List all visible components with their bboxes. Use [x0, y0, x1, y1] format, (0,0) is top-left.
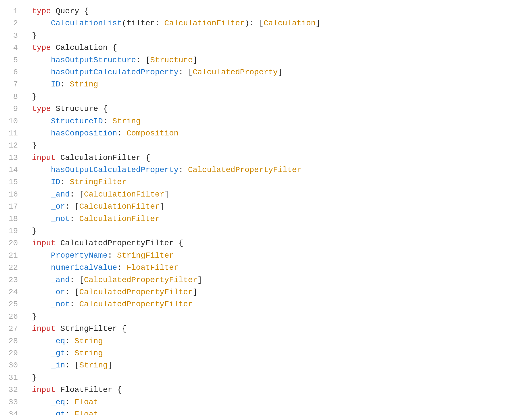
- line-number-19: 19: [8, 225, 18, 237]
- code-line-26: }: [32, 311, 524, 323]
- code-line-15: ID: StringFilter: [32, 176, 524, 188]
- code-line-28: _eq: String: [32, 335, 524, 347]
- code-line-12: }: [32, 139, 524, 151]
- line-number-33: 33: [8, 396, 18, 408]
- line-number-7: 7: [8, 78, 18, 90]
- line-number-32: 32: [8, 384, 18, 396]
- code-line-7: ID: String: [32, 78, 524, 90]
- code-content: type Query { CalculationList(filter: Cal…: [24, 3, 532, 415]
- line-number-34: 34: [8, 408, 18, 415]
- code-line-24: _or: [CalculatedPropertyFilter]: [32, 286, 524, 298]
- code-line-18: _not: CalculationFilter: [32, 213, 524, 225]
- line-numbers: 1234567891011121314151617181920212223242…: [0, 3, 24, 415]
- code-line-23: _and: [CalculatedPropertyFilter]: [32, 274, 524, 286]
- line-number-27: 27: [8, 323, 18, 335]
- line-number-22: 22: [8, 262, 18, 274]
- line-number-11: 11: [8, 127, 18, 139]
- code-line-31: }: [32, 372, 524, 384]
- code-line-10: StructureID: String: [32, 115, 524, 127]
- code-line-2: CalculationList(filter: CalculationFilte…: [32, 17, 524, 29]
- code-line-1: type Query {: [32, 5, 524, 17]
- code-line-11: hasComposition: Composition: [32, 127, 524, 139]
- code-line-13: input CalculationFilter {: [32, 152, 524, 164]
- line-number-21: 21: [8, 249, 18, 262]
- line-number-16: 16: [8, 188, 18, 200]
- code-line-34: _gt: Float: [32, 408, 524, 415]
- code-line-33: _eq: Float: [32, 396, 524, 408]
- line-number-29: 29: [8, 347, 18, 359]
- code-container: 1234567891011121314151617181920212223242…: [0, 0, 532, 415]
- code-line-19: }: [32, 225, 524, 237]
- line-number-31: 31: [8, 372, 18, 384]
- code-line-4: type Calculation {: [32, 42, 524, 54]
- line-number-25: 25: [8, 298, 18, 310]
- code-line-29: _gt: String: [32, 347, 524, 359]
- code-line-9: type Structure {: [32, 103, 524, 115]
- line-number-8: 8: [8, 91, 18, 103]
- line-number-3: 3: [8, 30, 18, 42]
- line-number-20: 20: [8, 237, 18, 249]
- code-line-32: input FloatFilter {: [32, 384, 524, 396]
- line-number-30: 30: [8, 359, 18, 371]
- code-line-22: numericalValue: FloatFilter: [32, 262, 524, 274]
- code-line-14: hasOutputCalculatedProperty: CalculatedP…: [32, 164, 524, 176]
- code-line-17: _or: [CalculationFilter]: [32, 200, 524, 213]
- line-number-28: 28: [8, 335, 18, 347]
- code-line-21: PropertyName: StringFilter: [32, 249, 524, 262]
- line-number-9: 9: [8, 103, 18, 115]
- line-number-6: 6: [8, 66, 18, 78]
- line-number-26: 26: [8, 311, 18, 323]
- line-number-13: 13: [8, 152, 18, 164]
- line-number-24: 24: [8, 286, 18, 298]
- code-line-20: input CalculatedPropertyFilter {: [32, 237, 524, 249]
- line-number-4: 4: [8, 42, 18, 54]
- code-line-25: _not: CalculatedPropertyFilter: [32, 298, 524, 310]
- line-number-15: 15: [8, 176, 18, 188]
- line-number-10: 10: [8, 115, 18, 127]
- code-line-5: hasOutputStructure: [Structure]: [32, 54, 524, 66]
- code-line-27: input StringFilter {: [32, 323, 524, 335]
- line-number-5: 5: [8, 54, 18, 66]
- line-number-1: 1: [8, 5, 18, 17]
- code-line-30: _in: [String]: [32, 359, 524, 371]
- line-number-23: 23: [8, 274, 18, 286]
- line-number-18: 18: [8, 213, 18, 225]
- code-line-8: }: [32, 91, 524, 103]
- code-line-6: hasOutputCalculatedProperty: [Calculated…: [32, 66, 524, 78]
- code-line-16: _and: [CalculationFilter]: [32, 188, 524, 200]
- line-number-14: 14: [8, 164, 18, 176]
- line-number-17: 17: [8, 200, 18, 213]
- line-number-2: 2: [8, 17, 18, 29]
- code-line-3: }: [32, 30, 524, 42]
- line-number-12: 12: [8, 139, 18, 151]
